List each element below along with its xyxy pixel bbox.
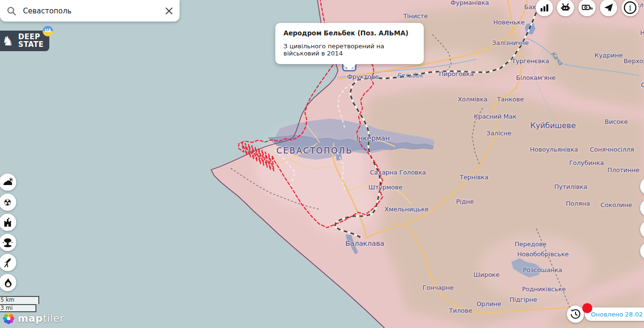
history-clock-icon (570, 308, 581, 320)
mushroom-cloud-icon (2, 237, 13, 248)
scale-km-text: 5 km (0, 296, 14, 303)
marker-tooltip: Аеродром Бельбек (Поз. АЛЬМА) З цивільно… (275, 23, 424, 64)
deepstate-map-app: Фурманівка Тінисте Бах хла Новеньке Залі… (0, 0, 644, 328)
tooltip-body: З цивільного перетворений на військовий … (283, 43, 416, 57)
robot-icon (560, 2, 571, 13)
info-button[interactable]: i (621, 0, 639, 16)
rocket-icon (2, 257, 13, 268)
cloud-sun-icon (2, 176, 13, 188)
maptiler-logo-icon (2, 312, 15, 325)
tooltip-arrow (342, 64, 357, 70)
maptiler-word-light: tiler (43, 313, 64, 324)
search-icon (7, 6, 16, 16)
scale-km: 5 km (0, 296, 39, 304)
info-icon: i (623, 0, 637, 15)
logo-line1: DEEP (18, 33, 44, 41)
scale-mi: 3 mi (0, 304, 36, 312)
search-input[interactable] (22, 6, 165, 16)
telegram-icon (603, 2, 614, 13)
svg-text:i: i (629, 3, 631, 12)
knight-icon: ♞ (2, 37, 14, 45)
bar-chart-icon (540, 3, 549, 12)
update-status[interactable]: Оновлено 28.02 о 23:45 (585, 307, 644, 321)
tooltip-title: Аеродром Бельбек (Поз. АЛЬМА) (283, 29, 416, 37)
scale-mi-text: 3 mi (0, 305, 12, 311)
update-indicator-dot (582, 303, 592, 313)
search-bar (0, 0, 180, 22)
close-icon[interactable] (165, 7, 173, 15)
history-button[interactable] (567, 306, 584, 323)
radiation-icon: ☢ (3, 198, 11, 207)
deepstate-logo[interactable]: ♞ DEEP STATE UA (0, 31, 49, 51)
logo-line2: STATE (18, 41, 44, 48)
maptiler-word-bold: map (18, 313, 43, 324)
flame-icon (2, 277, 13, 288)
castle-icon (2, 217, 13, 228)
maptiler-attribution[interactable]: maptiler (2, 312, 64, 325)
update-status-text: Оновлено 28.02 о 23:45 (591, 311, 644, 318)
money-icon (581, 2, 593, 13)
